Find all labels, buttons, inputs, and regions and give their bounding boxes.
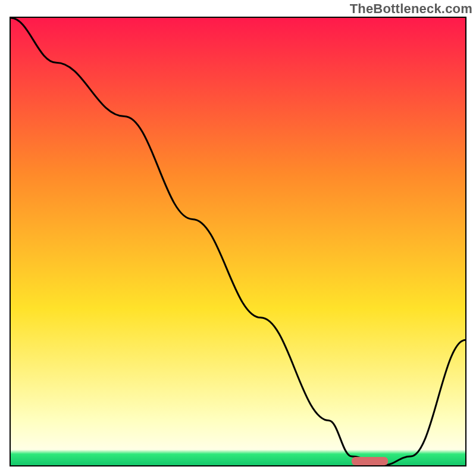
- optimal-marker: [352, 457, 388, 465]
- plot-background: [11, 18, 465, 465]
- watermark-text: TheBottleneck.com: [350, 1, 472, 17]
- chart-svg: [0, 0, 476, 476]
- chart-container: TheBottleneck.com: [0, 0, 476, 476]
